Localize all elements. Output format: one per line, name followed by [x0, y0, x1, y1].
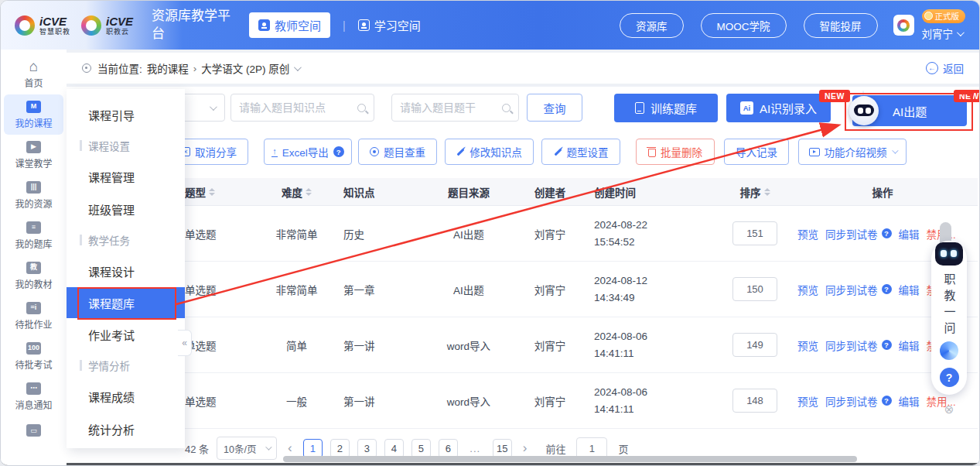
edit-link[interactable]: 编辑: [899, 393, 920, 409]
prev-page-button[interactable]: ‹: [285, 440, 295, 456]
sync-link[interactable]: 同步到试卷: [825, 282, 878, 297]
nav-teacher-space[interactable]: 教师空间: [249, 12, 330, 38]
duplicate-check-button[interactable]: 题目查重: [358, 139, 437, 165]
link-mooc-college[interactable]: MOOC学院: [701, 13, 787, 38]
sidebar-item-pending-exams[interactable]: 100 待批考试: [1, 336, 67, 376]
next-page-button[interactable]: ›: [520, 440, 531, 456]
help-icon[interactable]: ?: [882, 228, 892, 238]
icve-cloud-swirl-icon: [81, 15, 101, 36]
help-icon[interactable]: ?: [333, 146, 344, 157]
ai-recognize-button[interactable]: Ai AI识别录入: [726, 94, 831, 122]
stem-search-input[interactable]: [400, 101, 496, 114]
feature-video-button[interactable]: 功能介绍视频: [798, 139, 907, 165]
excel-export-button[interactable]: ↑ Excel导出 ?: [264, 139, 352, 165]
sort-icon[interactable]: [306, 188, 312, 196]
column-difficulty[interactable]: 难度: [256, 184, 337, 200]
search-button[interactable]: 查询: [527, 94, 582, 122]
sync-link[interactable]: 同步到试卷: [825, 226, 878, 242]
page-5[interactable]: 5: [411, 439, 431, 458]
sidebar-item-pending-homework[interactable]: =i 待批作业: [1, 296, 67, 336]
menu-item-course-design[interactable]: 课程设计: [67, 255, 185, 287]
batch-delete-button[interactable]: 批量删除: [636, 139, 715, 165]
sort-icon[interactable]: [764, 188, 770, 196]
back-arrow-icon: ←: [926, 62, 938, 74]
search-icon[interactable]: [502, 104, 510, 112]
menu-item-homework-exams[interactable]: 作业考试: [67, 318, 185, 351]
sidebar-item-notifications[interactable]: ⋯ 消息通知: [1, 376, 67, 416]
menu-item-course-guide[interactable]: 课程引导: [67, 98, 185, 131]
order-input[interactable]: [732, 389, 777, 413]
page-1[interactable]: 1: [303, 439, 323, 458]
breadcrumb-parent[interactable]: 我的课程: [147, 60, 189, 76]
question-type-setting-button[interactable]: 题型设置: [541, 139, 620, 165]
help-icon[interactable]: ?: [882, 340, 892, 350]
chevron-down-icon[interactable]: [294, 63, 302, 71]
menu-item-statistics[interactable]: 统计分析: [67, 413, 185, 445]
column-type[interactable]: 题型: [185, 184, 256, 200]
sync-link[interactable]: 同步到试卷: [825, 338, 878, 353]
menu-item-course-grades[interactable]: 课程成绩: [67, 380, 185, 413]
knowledge-search-input[interactable]: [239, 101, 351, 114]
sidebar-label: 待批考试: [15, 358, 52, 371]
sidebar-item-my-courses[interactable]: M 我的课程: [4, 94, 63, 135]
page-6[interactable]: 6: [439, 439, 458, 458]
back-button[interactable]: ← 返回: [926, 60, 964, 76]
menu-collapse-handle[interactable]: «: [178, 330, 192, 356]
sidebar-item-partial[interactable]: ▭: [1, 416, 67, 447]
assistant-close-icon[interactable]: ⊗: [931, 403, 967, 416]
order-input[interactable]: [732, 221, 777, 245]
breadcrumb-current[interactable]: 大学语文 (2P) 原创: [201, 60, 289, 76]
nav-learning-space[interactable]: 学习空间: [358, 17, 421, 33]
page-4[interactable]: 4: [384, 439, 404, 458]
question-type-setting-label: 题型设置: [567, 144, 609, 159]
column-order[interactable]: 排序: [724, 184, 786, 200]
sidebar-item-home[interactable]: ⌂ 首页: [1, 54, 67, 94]
top-header: iCVE 智慧职教 iCVE 职教云 资源库教学平台 教师空间 | 学习空间 资…: [1, 1, 979, 50]
training-bank-button[interactable]: 训练题库: [614, 94, 718, 122]
preview-link[interactable]: 预览: [797, 338, 818, 353]
preview-link[interactable]: 预览: [797, 226, 818, 242]
search-icon[interactable]: [357, 104, 366, 112]
avatar[interactable]: [893, 15, 914, 36]
video-play-icon: ▶: [26, 141, 41, 153]
menu-item-course-question-bank[interactable]: 课程题库: [67, 287, 185, 318]
edit-link[interactable]: 编辑: [899, 226, 920, 242]
import-record-label: 导入记录: [736, 144, 777, 159]
chevron-down-icon: [892, 147, 898, 153]
import-record-button[interactable]: 导入记录: [724, 139, 789, 165]
column-created: 创建时间: [585, 184, 724, 200]
sync-link[interactable]: 同步到试卷: [825, 393, 878, 409]
sidebar-item-my-textbooks[interactable]: 教 我的教材: [1, 255, 67, 296]
page-2[interactable]: 2: [330, 439, 350, 458]
sidebar-item-my-question-bank[interactable]: ≡ 我的题库: [1, 215, 67, 255]
menu-item-class-management[interactable]: 班级管理: [67, 193, 185, 225]
order-input[interactable]: [732, 333, 777, 357]
preview-link[interactable]: 预览: [797, 393, 818, 409]
help-icon[interactable]: ?: [882, 396, 892, 406]
page-15[interactable]: 15: [493, 439, 512, 458]
edit-link[interactable]: 编辑: [899, 282, 920, 297]
help-icon[interactable]: ?: [882, 284, 892, 294]
link-smart-casting[interactable]: 智能投屏: [804, 13, 878, 38]
ai-generate-button[interactable]: AI出题: [852, 95, 967, 126]
user-menu[interactable]: 刘宵宁: [922, 26, 963, 41]
duplicate-check-label: 题目查重: [384, 144, 425, 159]
menu-item-course-management[interactable]: 课程管理: [67, 160, 185, 193]
link-resource-library[interactable]: 资源库: [620, 13, 684, 38]
preview-link[interactable]: 预览: [797, 282, 818, 297]
edit-link[interactable]: 编辑: [899, 338, 920, 353]
sidebar-item-classroom-teaching[interactable]: ▶ 课堂教学: [1, 135, 67, 175]
modify-knowledge-button[interactable]: 修改知识点: [445, 139, 534, 165]
icve-zhijiaoyun-logo: iCVE 职教云: [81, 15, 133, 36]
assistant-panel[interactable]: 职教一问 ?: [931, 241, 967, 395]
order-input[interactable]: [732, 277, 777, 301]
cell-type: 单选题: [185, 338, 256, 353]
sidebar-item-my-resources[interactable]: ||| 我的资源: [1, 175, 67, 215]
assistant-title: 职教一问: [944, 273, 955, 338]
page-size-select[interactable]: 10条/页: [217, 437, 277, 460]
page-3[interactable]: 3: [357, 439, 377, 458]
horizontal-scrollbar-thumb[interactable]: [283, 456, 857, 462]
assistant-help-button[interactable]: ?: [940, 368, 959, 387]
pages-ellipsis[interactable]: ...: [466, 439, 485, 458]
sort-icon[interactable]: [209, 188, 215, 196]
